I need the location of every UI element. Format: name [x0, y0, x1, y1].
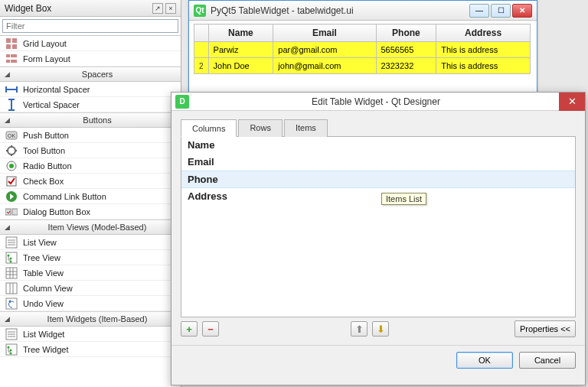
list-item[interactable]: Address: [181, 188, 575, 205]
table-cell[interactable]: Parwiz: [208, 42, 273, 58]
widget-item[interactable]: OKPush Button: [0, 128, 181, 143]
widget-box-titlebar: Widget Box ↗ ×: [0, 0, 181, 17]
widget-category[interactable]: ◢Item Widgets (Item-Based): [0, 311, 181, 327]
widget-item-label: Table View: [23, 268, 64, 278]
cmdlink-icon: [2, 190, 21, 203]
table-row[interactable]: 2John Doejohn@gmail.com2323232This is ad…: [194, 58, 531, 74]
widget-item[interactable]: Column View: [0, 281, 181, 296]
svg-point-41: [10, 352, 12, 354]
tool-icon: [2, 144, 21, 158]
widget-item[interactable]: Tree Widget: [0, 342, 181, 357]
move-down-button[interactable]: ⬇: [372, 321, 389, 337]
svg-rect-7: [11, 60, 17, 63]
designer-icon: D: [175, 95, 189, 109]
hspacer-icon: [2, 83, 21, 96]
grid-icon: [2, 37, 21, 50]
items-list-tooltip: Items List: [381, 193, 426, 205]
svg-point-24: [10, 260, 12, 262]
widget-item[interactable]: List View: [0, 235, 181, 250]
list-item[interactable]: Name: [181, 137, 575, 154]
widget-list: Grid LayoutForm Layout◢SpacersHorizontal…: [0, 36, 181, 357]
radio-icon: [2, 159, 21, 173]
close-button[interactable]: ✕: [512, 4, 532, 18]
edit-table-dialog: D Edit Table Widget - Qt Designer ✕ Colu…: [171, 92, 586, 385]
move-up-button[interactable]: ⬆: [351, 321, 368, 337]
table-icon: [2, 266, 21, 280]
widget-item-label: Form Layout: [23, 54, 70, 63]
widget-item[interactable]: Undo View: [0, 296, 181, 311]
widget-category[interactable]: ◢Item Views (Model-Based): [0, 220, 181, 235]
tab-columns[interactable]: Columns: [181, 119, 237, 137]
table-cell[interactable]: This is address: [436, 42, 531, 58]
add-button[interactable]: +: [181, 321, 198, 337]
close-icon[interactable]: ×: [165, 3, 176, 14]
svg-point-23: [10, 257, 12, 259]
widget-item[interactable]: Tool Button: [0, 143, 181, 158]
widget-category[interactable]: ◢Spacers: [0, 67, 181, 82]
tab-items[interactable]: Items: [284, 119, 328, 137]
remove-button[interactable]: −: [202, 321, 219, 337]
pin-icon[interactable]: ↗: [152, 3, 163, 14]
widget-item-label: Radio Button: [23, 161, 72, 171]
collapse-icon: ◢: [0, 223, 14, 231]
widget-item[interactable]: Vertical Spacer: [0, 97, 181, 112]
widget-category[interactable]: ◢Buttons: [0, 112, 181, 128]
widget-item[interactable]: Dialog Button Box: [0, 204, 181, 220]
tree-icon: [2, 343, 21, 356]
row-number: 2: [194, 58, 209, 74]
widget-item-label: Push Button: [23, 131, 69, 140]
svg-rect-3: [12, 44, 17, 49]
widget-item[interactable]: Horizontal Spacer: [0, 82, 181, 97]
column-header[interactable]: Name: [208, 24, 273, 42]
form-icon: [2, 52, 21, 66]
ok-button[interactable]: OK: [456, 352, 513, 369]
column-header[interactable]: Phone: [376, 24, 436, 42]
widget-item[interactable]: Check Box: [0, 174, 181, 189]
svg-rect-0: [6, 38, 11, 43]
widget-box-panel: Widget Box ↗ × Grid LayoutForm Layout◢Sp…: [0, 0, 181, 387]
widget-item[interactable]: Command Link Button: [0, 189, 181, 204]
widget-item[interactable]: Table View: [0, 265, 181, 281]
svg-rect-6: [6, 60, 10, 63]
column-header[interactable]: Address: [436, 24, 531, 42]
column-header[interactable]: Email: [273, 24, 376, 42]
widget-item[interactable]: Form Layout: [0, 51, 181, 67]
category-label: Item Views (Model-Based): [14, 223, 181, 232]
tab-rows[interactable]: Rows: [238, 119, 283, 137]
cancel-button[interactable]: Cancel: [519, 352, 576, 369]
preview-titlebar[interactable]: Qt PyQt5 TableWidget - tabelwidget.ui — …: [189, 1, 537, 21]
widget-item-label: Grid Layout: [23, 39, 67, 48]
ok-icon: OK: [2, 128, 21, 142]
dialog-titlebar[interactable]: D Edit Table Widget - Qt Designer ✕: [172, 93, 585, 111]
list-item[interactable]: Phone: [181, 171, 575, 188]
qt-icon: Qt: [194, 5, 206, 17]
widget-item[interactable]: Tree View: [0, 250, 181, 265]
dialog-buttons: OK Cancel: [172, 345, 585, 369]
widget-item[interactable]: List Widget: [0, 327, 181, 342]
properties-button[interactable]: Properties <<: [514, 320, 576, 337]
dialog-title: Edit Table Widget - Qt Designer: [193, 96, 559, 107]
list-item[interactable]: Email: [181, 154, 575, 171]
columns-list[interactable]: NameEmailPhoneAddress: [181, 137, 576, 317]
widget-item-label: List Widget: [23, 330, 64, 339]
dialog-close-button[interactable]: ✕: [559, 93, 585, 111]
table-cell[interactable]: This is address: [436, 58, 531, 74]
collapse-icon: ◢: [0, 116, 14, 124]
widget-item-label: Horizontal Spacer: [23, 85, 90, 94]
widget-item[interactable]: Grid Layout: [0, 36, 181, 51]
table-cell[interactable]: 5656565: [376, 42, 436, 58]
table-cell[interactable]: John Doe: [208, 58, 273, 74]
maximize-button[interactable]: ☐: [491, 4, 511, 18]
svg-text:OK: OK: [8, 133, 15, 138]
filter-input[interactable]: [2, 19, 178, 33]
filter-container: [0, 17, 181, 36]
widget-item[interactable]: Radio Button: [0, 158, 181, 174]
minimize-button[interactable]: —: [469, 4, 489, 18]
table-cell[interactable]: 2323232: [376, 58, 436, 74]
table-widget[interactable]: NameEmailPhoneAddressParwizpar@gmail.com…: [194, 24, 531, 74]
table-row[interactable]: Parwizpar@gmail.com5656565This is addres…: [194, 42, 531, 58]
preview-window: Qt PyQt5 TableWidget - tabelwidget.ui — …: [188, 0, 537, 93]
svg-point-10: [8, 147, 15, 154]
table-cell[interactable]: par@gmail.com: [273, 42, 376, 58]
table-cell[interactable]: john@gmail.com: [273, 58, 376, 74]
